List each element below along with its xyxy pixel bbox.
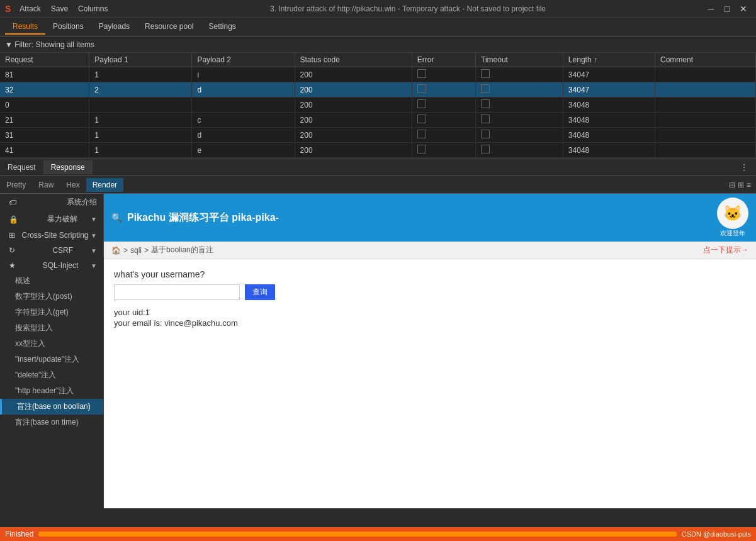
cell-timeout bbox=[476, 98, 563, 113]
table-row[interactable]: 81 1 i 200 34047 bbox=[0, 67, 756, 82]
error-checkbox[interactable] bbox=[417, 99, 426, 108]
col-payload1[interactable]: Payload 1 bbox=[89, 53, 192, 67]
menu-attack[interactable]: Attack bbox=[16, 3, 44, 14]
col-timeout[interactable]: Timeout bbox=[476, 53, 563, 67]
timeout-checkbox[interactable] bbox=[481, 114, 490, 123]
table-row[interactable]: 21 1 c 200 34048 bbox=[0, 113, 756, 128]
sidebar-sub-xx[interactable]: xx型注入 bbox=[0, 336, 103, 352]
sidebar-sub-time[interactable]: 盲注(base on time) bbox=[0, 415, 103, 430]
sidebar-sub-header[interactable]: "http header"注入 bbox=[0, 383, 103, 399]
close-button[interactable]: ✕ bbox=[736, 4, 751, 14]
tab-positions[interactable]: Positions bbox=[45, 20, 91, 35]
menu-columns[interactable]: Columns bbox=[74, 3, 111, 14]
panel-tab-response[interactable]: Response bbox=[43, 160, 93, 174]
username-input[interactable] bbox=[114, 284, 240, 300]
sidebar-label-sqli: SQL-Inject bbox=[43, 261, 79, 270]
sidebar-sub-char[interactable]: 字符型注入(get) bbox=[0, 304, 103, 320]
cell-payload2 bbox=[192, 98, 295, 113]
table-row[interactable]: 31 1 d 200 34048 bbox=[0, 128, 756, 143]
resp-tab-raw[interactable]: Raw bbox=[32, 178, 60, 192]
sidebar-sub-insert[interactable]: "insert/update"注入 bbox=[0, 352, 103, 367]
status-bar: Finished CSDN @diaobusi-puls bbox=[0, 527, 756, 541]
breadcrumb-sqli[interactable]: sqli bbox=[130, 246, 142, 255]
menu-bar: Attack Save Columns bbox=[16, 3, 111, 14]
resp-icon-2[interactable]: ⊞ bbox=[738, 181, 744, 189]
cell-error bbox=[412, 143, 475, 158]
cell-payload1: 1 bbox=[89, 143, 192, 158]
sidebar-sub-boolean[interactable]: 盲注(base on boolian) bbox=[0, 399, 103, 415]
query-button[interactable]: 查询 bbox=[245, 284, 275, 300]
error-checkbox[interactable] bbox=[417, 145, 426, 153]
sidebar-label-xss: Cross-Site Scripting bbox=[21, 231, 88, 240]
error-checkbox[interactable] bbox=[417, 69, 426, 78]
error-checkbox[interactable] bbox=[417, 84, 426, 93]
sidebar-sub-search[interactable]: 搜索型注入 bbox=[0, 320, 103, 336]
col-comment[interactable]: Comment bbox=[655, 53, 755, 67]
cell-comment bbox=[655, 143, 755, 158]
progress-bar-fill bbox=[38, 532, 676, 537]
col-length[interactable]: Length ↑ bbox=[563, 53, 655, 67]
timeout-checkbox[interactable] bbox=[481, 145, 490, 153]
tab-payloads[interactable]: Payloads bbox=[91, 20, 137, 35]
sidebar-sub-overview[interactable]: 概述 bbox=[0, 273, 103, 289]
sidebar-item-csrf[interactable]: ↻ CSRF ▼ bbox=[0, 243, 103, 258]
sidebar-item-xss[interactable]: ⊞ Cross-Site Scripting ▼ bbox=[0, 228, 103, 243]
sidebar-sub-numeric[interactable]: 数字型注入(post) bbox=[0, 289, 103, 304]
resp-icon-1[interactable]: ⊟ bbox=[729, 181, 735, 189]
timeout-checkbox[interactable] bbox=[481, 130, 490, 138]
cell-request: 0 bbox=[0, 98, 89, 113]
form-label: what's your username? bbox=[114, 269, 746, 279]
cell-payload1 bbox=[89, 98, 192, 113]
sidebar-icon-csrf: ↻ bbox=[9, 246, 15, 255]
tab-resource-pool[interactable]: Resource pool bbox=[137, 20, 201, 35]
timeout-checkbox[interactable] bbox=[481, 99, 490, 108]
sidebar-item-sqli[interactable]: ★ SQL-Inject ▼ bbox=[0, 258, 103, 273]
resp-tab-render[interactable]: Render bbox=[86, 178, 123, 192]
cell-payload1: 1 bbox=[89, 67, 192, 82]
panel-tab-request[interactable]: Request bbox=[0, 160, 43, 174]
form-area: what's your username? 查询 your uid:1 your… bbox=[104, 259, 756, 339]
sidebar-item-brute[interactable]: 🔒 暴力破解 ▼ bbox=[0, 211, 103, 228]
cell-length: 34047 bbox=[563, 67, 655, 82]
hint-link[interactable]: 点一下提示→ bbox=[703, 245, 748, 255]
menu-save[interactable]: Save bbox=[47, 3, 72, 14]
cell-status: 200 bbox=[295, 98, 412, 113]
cell-payload1: 2 bbox=[89, 82, 192, 98]
timeout-checkbox[interactable] bbox=[481, 84, 490, 93]
cell-request: 81 bbox=[0, 67, 89, 82]
error-checkbox[interactable] bbox=[417, 114, 426, 123]
cell-payload2: d bbox=[192, 82, 295, 98]
sidebar-sub-delete[interactable]: "delete"注入 bbox=[0, 367, 103, 383]
cell-request: 21 bbox=[0, 113, 89, 128]
results-table-area: Request Payload 1 Payload 2 Status code … bbox=[0, 53, 756, 159]
timeout-checkbox[interactable] bbox=[481, 69, 490, 78]
cell-status: 200 bbox=[295, 143, 412, 158]
resp-icon-3[interactable]: ≡ bbox=[747, 181, 751, 189]
table-row[interactable]: 32 2 d 200 34047 bbox=[0, 82, 756, 98]
filter-icon: ▼ bbox=[5, 40, 13, 49]
col-request[interactable]: Request bbox=[0, 53, 89, 67]
sidebar-item-intro[interactable]: 🏷 系统介绍 bbox=[0, 194, 103, 211]
minimize-button[interactable]: ─ bbox=[704, 4, 718, 14]
tab-settings[interactable]: Settings bbox=[201, 20, 243, 35]
table-row[interactable]: 0 200 34048 bbox=[0, 98, 756, 113]
cell-status: 200 bbox=[295, 128, 412, 143]
error-checkbox[interactable] bbox=[417, 130, 426, 138]
table-row[interactable]: 41 1 e 200 34048 bbox=[0, 143, 756, 158]
resp-tab-hex[interactable]: Hex bbox=[60, 178, 86, 192]
col-status[interactable]: Status code bbox=[295, 53, 412, 67]
panel-menu-icon[interactable]: ⋮ bbox=[737, 161, 751, 174]
col-error[interactable]: Error bbox=[412, 53, 475, 67]
cell-comment bbox=[655, 113, 755, 128]
cell-error bbox=[412, 113, 475, 128]
cell-payload1: 1 bbox=[89, 128, 192, 143]
resp-tab-pretty[interactable]: Pretty bbox=[0, 178, 32, 192]
window-controls: ─ □ ✕ bbox=[704, 4, 751, 14]
cell-request: 41 bbox=[0, 143, 89, 158]
maximize-button[interactable]: □ bbox=[721, 4, 733, 14]
tab-results[interactable]: Results bbox=[5, 20, 45, 35]
home-icon[interactable]: 🏠 bbox=[111, 246, 121, 255]
status-label: Finished bbox=[5, 530, 33, 538]
col-payload2[interactable]: Payload 2 bbox=[192, 53, 295, 67]
cell-comment bbox=[655, 98, 755, 113]
